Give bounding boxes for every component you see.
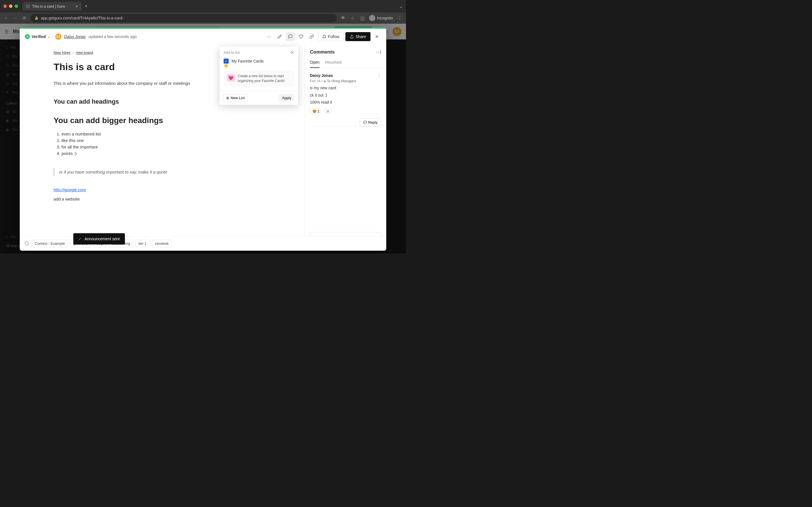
list-item: even a numbered list — [61, 131, 271, 137]
new-tab-button[interactable]: + — [85, 3, 88, 9]
incognito-icon — [369, 15, 375, 21]
close-modal-icon[interactable]: ✕ — [372, 32, 381, 41]
popover-close-icon[interactable]: ✕ — [290, 50, 294, 55]
bell-icon — [322, 35, 326, 39]
comment-meta: Feb 24 • ◈ To Hiring Managers — [310, 79, 381, 83]
content-link[interactable]: http://google.com — [54, 187, 271, 192]
update-timestamp: updated a few seconds ago — [89, 34, 137, 39]
content-text: add a website — [54, 196, 271, 202]
back-icon[interactable]: ← — [3, 15, 9, 20]
reaction-pill[interactable]: 😍 1 — [310, 108, 322, 114]
tab-title: This is a card | Guru — [32, 4, 65, 8]
add-to-list-popover: Add to list ✕ ✓ My Favorite Cards 👆 💗 Cr… — [219, 46, 298, 105]
card-modal: ✓ Verified ⌄ DJ Daisy Jonas updated a fe… — [20, 27, 386, 251]
reload-icon[interactable]: ⟳ — [21, 15, 27, 21]
comment-icon[interactable] — [286, 32, 295, 41]
comment-item: Daisy Jonas ⋮ Feb 24 • ◈ To Hiring Manag… — [310, 73, 381, 127]
address-bar[interactable]: 🔒 app.getguru.com/card/Tr4Aya6c/This-is-… — [31, 14, 337, 22]
popover-hint: 💗 Create a new list below to start organ… — [223, 70, 294, 87]
star-icon[interactable]: ☆ — [350, 15, 356, 21]
window-minimize[interactable] — [9, 4, 12, 8]
check-icon: ✓ — [79, 237, 82, 241]
heart-decor-icon: 💗 — [227, 74, 235, 82]
list-item: like this one — [61, 137, 271, 144]
comment-body: is my new card — [310, 86, 381, 91]
comment-body: ck it out :) — [310, 93, 381, 98]
comment-body: 100% read it — [310, 100, 381, 105]
add-reaction-button[interactable]: ☺ — [324, 108, 332, 114]
breadcrumb-child[interactable]: new board — [76, 50, 93, 55]
link-icon[interactable] — [307, 32, 316, 41]
card-heading-large: You can add bigger headings — [54, 116, 271, 125]
numbered-list: even a numbered list like this one for a… — [54, 131, 271, 157]
list-item: points :) — [61, 150, 271, 157]
chevron-down-icon: ⌄ — [48, 35, 50, 39]
tab-resolved[interactable]: Resolved — [325, 57, 342, 68]
author-name-link[interactable]: Daisy Jonas — [64, 34, 86, 39]
tag-pill[interactable]: zendesk — [152, 240, 172, 247]
user-avatar[interactable]: DJ — [393, 27, 402, 36]
lock-icon: 🔒 — [35, 16, 39, 20]
verified-badge[interactable]: ✓ Verified ⌄ — [25, 34, 50, 39]
menu-icon[interactable]: ☰ — [4, 29, 8, 34]
more-icon[interactable]: ⋯ — [264, 32, 273, 41]
window-close[interactable] — [3, 4, 7, 8]
toast-notification: ✓ Announcement sent — [73, 233, 125, 244]
close-tab-icon[interactable]: ✕ — [75, 4, 79, 8]
check-icon: ✓ — [25, 34, 30, 39]
apply-button[interactable]: Apply — [278, 94, 295, 102]
popover-title: Add to list — [223, 50, 240, 55]
forward-icon: → — [12, 15, 18, 20]
list-checkbox[interactable]: ✓ — [223, 59, 229, 64]
toast-message: Announcement sent — [85, 237, 120, 241]
reply-button[interactable]: Reply — [360, 118, 381, 126]
browser-menu-icon[interactable]: ⋮ — [397, 15, 403, 21]
blockquote: or if you have something important to sa… — [54, 168, 271, 176]
reply-icon — [363, 121, 367, 124]
url-text: app.getguru.com/card/Tr4Aya6c/This-is-a-… — [41, 16, 123, 20]
list-label: My Favorite Cards — [232, 59, 264, 63]
tab-open[interactable]: Open — [310, 57, 319, 68]
favicon — [26, 4, 30, 8]
list-item: for all the important — [61, 144, 271, 150]
share-button[interactable]: Share — [345, 32, 370, 41]
follow-button[interactable]: Follow — [318, 32, 343, 41]
eye-off-icon[interactable]: 👁 — [340, 15, 346, 20]
window-maximize[interactable] — [15, 4, 18, 8]
comment-menu-icon[interactable]: ⋮ — [377, 73, 381, 78]
comments-panel: Comments →| Open Resolved Daisy Jonas ⋮ … — [305, 45, 386, 251]
plus-circle-icon: ⊕ — [226, 96, 229, 100]
heart-icon[interactable] — [297, 32, 306, 41]
comments-title: Comments — [310, 49, 335, 55]
incognito-badge[interactable]: Incognito — [369, 15, 393, 21]
breadcrumb-root[interactable]: New Hires — [54, 50, 70, 55]
comment-author: Daisy Jonas — [310, 73, 374, 78]
browser-tab[interactable]: This is a card | Guru ✕ — [22, 2, 82, 11]
tag-pill[interactable]: Context - Example — [32, 240, 68, 247]
tag-pill[interactable]: tier 1 — [135, 240, 150, 247]
share-icon — [350, 35, 354, 39]
tab-overflow-icon[interactable]: ⌄ — [399, 4, 403, 9]
new-list-button[interactable]: ⊕ New List — [223, 94, 248, 102]
edit-icon[interactable] — [275, 32, 284, 41]
author-avatar: DJ — [55, 34, 61, 40]
collapse-panel-icon[interactable]: →| — [375, 50, 381, 55]
tag-icon — [25, 241, 29, 246]
extensions-icon[interactable]: ◫ — [359, 15, 365, 21]
